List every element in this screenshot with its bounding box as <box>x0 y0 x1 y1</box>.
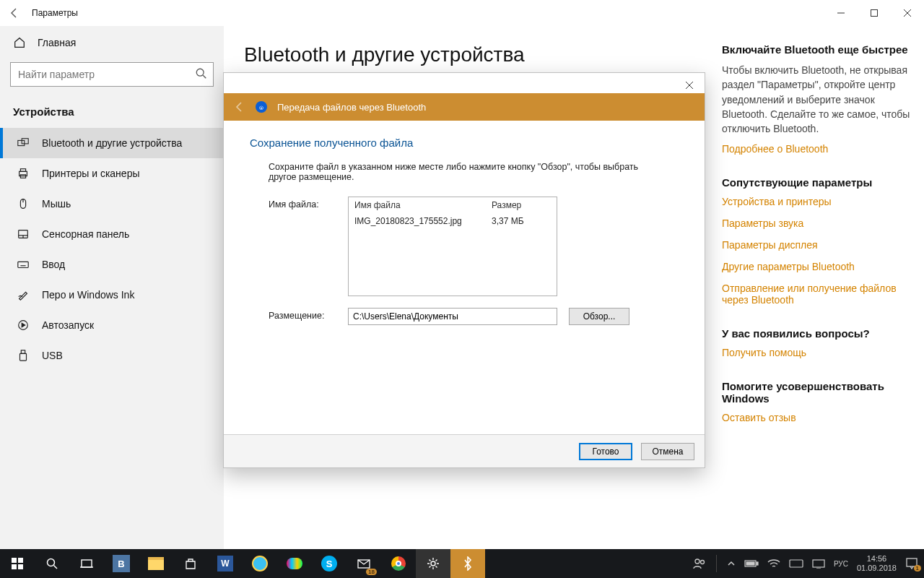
autoplay-icon <box>16 319 30 332</box>
sidebar-item-label: Перо и Windows Ink <box>42 289 134 301</box>
location-input[interactable] <box>348 308 557 325</box>
svg-rect-28 <box>18 558 23 563</box>
dialog-instruction: Сохраните файл в указанном ниже месте ли… <box>269 162 644 182</box>
svg-rect-16 <box>18 262 28 267</box>
file-table[interactable]: Имя файла Размер IMG_20180823_175552.jpg… <box>348 197 557 296</box>
dialog-heading: Сохранение полученного файла <box>250 137 679 149</box>
svg-point-31 <box>48 559 55 566</box>
taskbar-app-paint[interactable] <box>277 549 312 578</box>
taskbar-app-explorer[interactable] <box>139 549 173 578</box>
svg-rect-42 <box>790 560 803 567</box>
sidebar-item-label: USB <box>42 350 63 361</box>
sidebar-home[interactable]: Главная <box>0 29 224 56</box>
svg-rect-7 <box>22 139 28 144</box>
sidebar-item-touchpad[interactable]: Сенсорная панель <box>0 219 224 249</box>
sidebar-item-label: Мышь <box>42 198 71 210</box>
link-feedback[interactable]: Оставить отзыв <box>722 412 911 423</box>
back-button[interactable] <box>0 0 29 26</box>
window-title: Параметры <box>29 8 78 18</box>
tray-notifications-icon[interactable]: 1 <box>905 557 918 570</box>
dialog-close-button[interactable] <box>674 77 705 93</box>
link-get-help[interactable]: Получить помощь <box>722 347 911 358</box>
link-display-settings[interactable]: Параметры дисплея <box>722 239 911 251</box>
close-button[interactable] <box>891 0 924 26</box>
task-view-button[interactable] <box>69 549 104 578</box>
taskbar-app-store[interactable] <box>173 549 208 578</box>
link-devices-printers[interactable]: Устройства и принтеры <box>722 196 911 207</box>
tray-keyboard-icon[interactable] <box>789 558 803 569</box>
taskbar-app-mail[interactable]: 18 <box>346 549 381 578</box>
system-tray[interactable]: РУС 14:56 01.09.2018 1 <box>687 554 924 573</box>
notification-badge: 1 <box>914 565 921 571</box>
taskbar-app-ie[interactable] <box>243 549 277 578</box>
cancel-button[interactable]: Отмена <box>641 443 694 460</box>
file-cell-size: 3,37 МБ <box>492 216 524 226</box>
home-icon <box>13 36 26 49</box>
browse-button[interactable]: Обзор... <box>569 308 629 325</box>
svg-rect-1 <box>871 10 878 17</box>
dialog-header: ⍟ Передача файлов через Bluetooth <box>224 93 705 121</box>
svg-rect-27 <box>12 558 17 563</box>
svg-point-4 <box>196 69 204 76</box>
location-label: Размещение: <box>269 308 348 325</box>
link-more-bluetooth[interactable]: Подробнее о Bluetooth <box>722 143 911 155</box>
svg-rect-29 <box>12 564 17 569</box>
dialog-back-icon[interactable] <box>234 101 245 113</box>
sidebar-home-label: Главная <box>38 37 76 48</box>
sidebar-item-input[interactable]: Ввод <box>0 249 224 280</box>
taskbar-search[interactable] <box>35 549 69 578</box>
link-bluetooth-more[interactable]: Другие параметры Bluetooth <box>722 261 911 272</box>
svg-rect-9 <box>20 169 25 172</box>
sidebar-item-label: Автозапуск <box>42 319 94 331</box>
sidebar-search[interactable] <box>10 62 214 87</box>
sidebar-item-label: Принтеры и сканеры <box>42 168 139 179</box>
taskbar-app-chrome[interactable] <box>381 549 416 578</box>
taskbar-app-settings[interactable] <box>416 549 450 578</box>
start-button[interactable] <box>0 549 35 578</box>
taskbar-app-vk[interactable]: B <box>104 549 139 578</box>
touchpad-icon <box>16 228 30 241</box>
taskbar-app-word[interactable]: W <box>208 549 243 578</box>
tray-battery-icon[interactable] <box>744 559 759 568</box>
svg-rect-30 <box>18 564 23 569</box>
svg-line-32 <box>54 566 58 569</box>
sidebar-item-usb[interactable]: USB <box>0 340 224 371</box>
svg-rect-43 <box>813 560 824 567</box>
svg-line-5 <box>203 75 206 78</box>
tray-wifi-icon[interactable] <box>767 558 780 569</box>
printer-icon <box>16 167 30 180</box>
svg-point-38 <box>700 561 704 564</box>
col-header-size[interactable]: Размер <box>492 200 521 210</box>
tray-project-icon[interactable] <box>812 558 825 569</box>
usb-icon <box>16 349 30 362</box>
mouse-icon <box>16 197 30 210</box>
taskbar-app-bluetooth-transfer[interactable] <box>450 549 485 578</box>
link-bluetooth-files[interactable]: Отправление или получение файлов через B… <box>722 282 911 306</box>
sidebar-item-autoplay[interactable]: Автозапуск <box>0 310 224 340</box>
minimize-button[interactable] <box>824 0 858 26</box>
svg-rect-33 <box>82 560 92 567</box>
tray-chevron-up-icon[interactable] <box>727 559 736 568</box>
col-header-filename[interactable]: Имя файла <box>354 200 492 210</box>
file-row[interactable]: IMG_20180823_175552.jpg 3,37 МБ <box>349 213 557 229</box>
right-improve-title: Помогите усовершенствовать Windows <box>722 380 911 405</box>
sidebar-item-bluetooth[interactable]: Bluetooth и другие устройства <box>0 128 224 158</box>
svg-rect-41 <box>746 562 754 565</box>
svg-rect-6 <box>18 140 25 145</box>
sidebar-item-printers[interactable]: Принтеры и сканеры <box>0 158 224 189</box>
finish-button[interactable]: Готово <box>579 443 632 460</box>
search-input[interactable] <box>10 62 214 87</box>
sidebar-item-pen[interactable]: Перо и Windows Ink <box>0 280 224 310</box>
maximize-button[interactable] <box>858 0 891 26</box>
dialog-title: Передача файлов через Bluetooth <box>277 102 426 113</box>
tray-language[interactable]: РУС <box>834 560 848 568</box>
link-sound-settings[interactable]: Параметры звука <box>722 217 911 229</box>
bluetooth-receive-dialog: ⍟ Передача файлов через Bluetooth Сохран… <box>223 72 705 468</box>
right-fast-title: Включайте Bluetooth еще быстрее <box>722 43 911 56</box>
mail-badge: 18 <box>366 569 377 575</box>
sidebar-item-mouse[interactable]: Мышь <box>0 189 224 219</box>
taskbar-app-skype[interactable]: S <box>312 549 346 578</box>
tray-people-icon[interactable] <box>693 557 706 570</box>
tray-clock[interactable]: 14:56 01.09.2018 <box>857 554 897 573</box>
pen-icon <box>16 288 30 301</box>
